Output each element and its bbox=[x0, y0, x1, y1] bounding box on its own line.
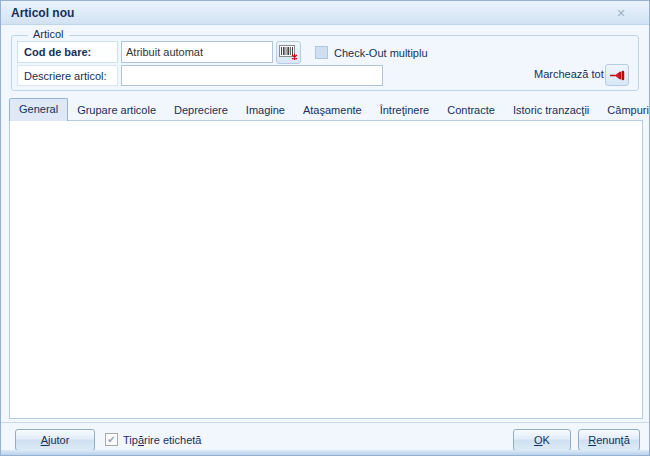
print-label-pre: Tip bbox=[123, 434, 138, 446]
tab-campuri-proprii[interactable]: Câmpuri proprii bbox=[598, 100, 650, 121]
tab-istoric-tranzactii[interactable]: Istoric tranzacţii bbox=[504, 100, 598, 121]
multi-checkout-checkbox[interactable] bbox=[315, 46, 328, 59]
barcode-input[interactable] bbox=[121, 41, 273, 63]
footer-separator bbox=[1, 422, 649, 423]
print-label-checkbox[interactable]: ✔ bbox=[105, 433, 118, 446]
barcode-button[interactable] bbox=[276, 41, 301, 64]
tab-grupare-articole[interactable]: Grupare articole bbox=[68, 100, 165, 121]
close-icon: ✕ bbox=[616, 7, 625, 19]
cancel-button-key: R bbox=[588, 434, 596, 446]
barcode-label: Cod de bare: bbox=[17, 41, 118, 63]
pin-icon bbox=[610, 70, 625, 81]
window-title: Articol nou bbox=[11, 6, 74, 20]
dialog-window: Articol nou ✕ Articol Cod de bare: Check… bbox=[0, 0, 650, 456]
article-description-input[interactable] bbox=[121, 65, 383, 86]
tab-depreciere[interactable]: Depreciere bbox=[165, 100, 237, 121]
check-icon: ✔ bbox=[107, 434, 115, 445]
ok-button-rest: K bbox=[543, 434, 550, 446]
ok-button-key: O bbox=[534, 434, 543, 446]
window-edge bbox=[1, 450, 649, 455]
cancel-button-rest: enunţă bbox=[596, 434, 630, 446]
tab-intretinere[interactable]: Întreţinere bbox=[371, 100, 439, 121]
mark-all-label: Marchează tot bbox=[534, 68, 604, 80]
tab-general[interactable]: General bbox=[9, 98, 68, 121]
mark-all-pin-button[interactable] bbox=[605, 64, 629, 86]
groupbox-legend: Articol bbox=[28, 28, 69, 40]
help-button-key: A bbox=[41, 434, 48, 446]
cancel-button[interactable]: Renunţă bbox=[578, 429, 640, 451]
ok-button[interactable]: OK bbox=[513, 429, 571, 451]
print-label-text: Tipărire etichetă bbox=[123, 434, 201, 446]
tab-contracte[interactable]: Contracte bbox=[438, 100, 504, 121]
barcode-icon bbox=[279, 45, 298, 60]
multi-checkout-label: Check-Out multiplu bbox=[334, 47, 428, 59]
tab-atasamente[interactable]: Ataşamente bbox=[294, 100, 371, 121]
article-description-label: Descriere articol: bbox=[17, 65, 118, 86]
titlebar: Articol nou ✕ bbox=[1, 1, 649, 25]
content-panel bbox=[9, 120, 643, 419]
tab-strip: General Grupare articole Depreciere Imag… bbox=[9, 98, 641, 121]
help-button[interactable]: Ajutor bbox=[15, 429, 95, 451]
print-label-rest: rire etichetă bbox=[144, 434, 201, 446]
tab-imagine[interactable]: Imagine bbox=[237, 100, 294, 121]
help-button-rest: jutor bbox=[48, 434, 69, 446]
close-button[interactable]: ✕ bbox=[613, 5, 629, 21]
